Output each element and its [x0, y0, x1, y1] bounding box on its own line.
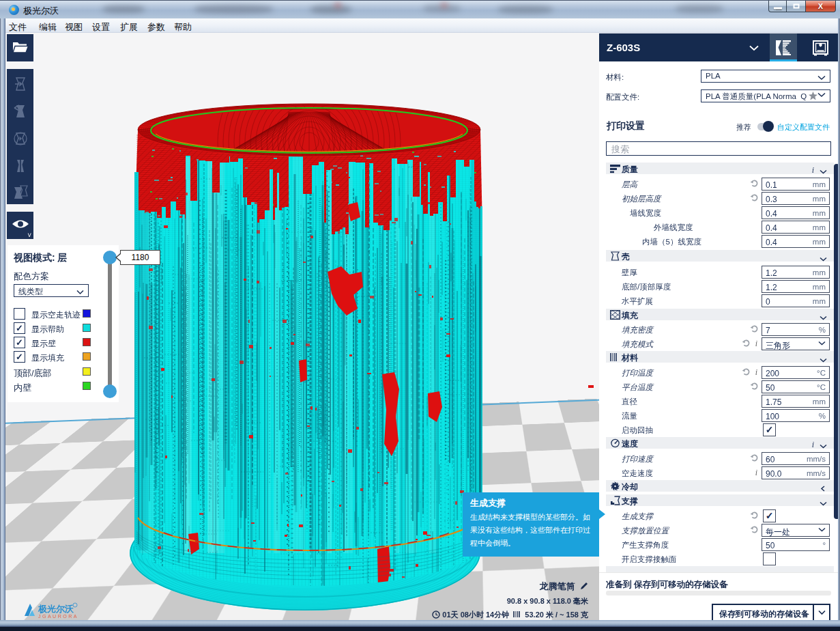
- svg-text:JGAURORA: JGAURORA: [38, 614, 78, 619]
- svg-text:极光尔沃: 极光尔沃: [38, 604, 74, 614]
